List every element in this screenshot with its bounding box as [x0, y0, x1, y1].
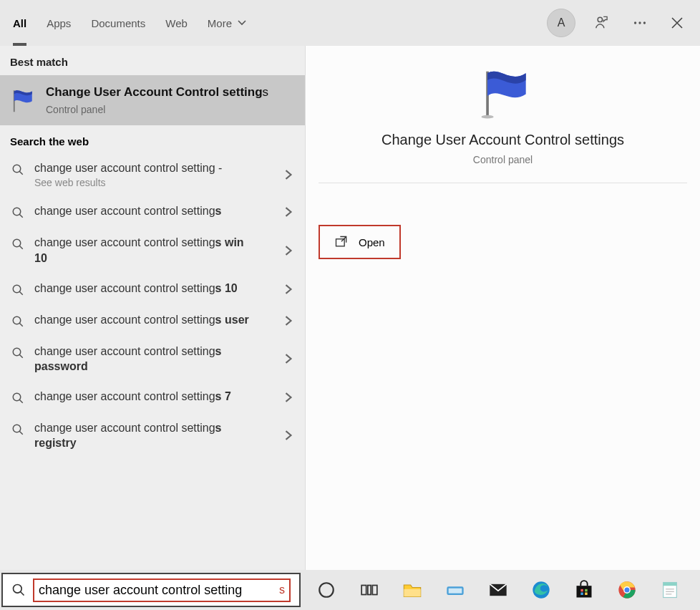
detail-head: Change User Account Control settings Con…: [306, 46, 700, 183]
more-icon[interactable]: [630, 13, 650, 33]
best-match-title: Change User Account Control settings: [46, 85, 268, 100]
search-highlight-frame: s: [33, 578, 291, 602]
svg-rect-32: [449, 589, 462, 594]
search-icon: [10, 314, 26, 329]
chevron-right-icon: [282, 352, 295, 365]
svg-line-20: [19, 431, 23, 435]
web-result-text: change user account control settings reg…: [34, 420, 256, 451]
best-match-text: Change User Account Control settings Con…: [46, 85, 268, 115]
search-icon: [10, 205, 26, 221]
tab-label: All: [13, 17, 26, 29]
taskbar-keyboard-icon[interactable]: [434, 570, 477, 610]
web-results-list: change user account control setting -See…: [0, 153, 305, 458]
title-bold: Change User Account Control setting: [46, 85, 263, 99]
tab-label: Web: [165, 17, 188, 29]
svg-point-9: [13, 240, 21, 248]
svg-line-10: [19, 246, 23, 250]
user-avatar[interactable]: A: [547, 9, 575, 37]
svg-rect-28: [368, 586, 371, 595]
tab-label: More: [208, 17, 232, 29]
search-web-header: Search the web: [0, 125, 305, 153]
svg-point-1: [634, 21, 636, 24]
search-input-tail: s: [279, 584, 285, 596]
search-icon: [10, 422, 26, 437]
svg-rect-30: [404, 589, 420, 597]
web-result-text: change user account control setting -See…: [34, 160, 222, 189]
web-result-text: change user account control settings: [34, 203, 222, 219]
web-result-item[interactable]: change user account control settings: [0, 196, 305, 228]
svg-point-15: [13, 348, 21, 356]
svg-rect-35: [577, 586, 592, 597]
chevron-right-icon: [282, 429, 295, 442]
avatar-initial: A: [558, 16, 565, 29]
svg-point-42: [625, 588, 630, 593]
tab-web[interactable]: Web: [165, 0, 188, 46]
chevron-down-icon: [238, 19, 246, 27]
svg-line-14: [19, 323, 23, 326]
taskbar-cortana-icon[interactable]: [305, 570, 348, 610]
web-result-item[interactable]: change user account control settings pas…: [0, 337, 305, 382]
chevron-right-icon: [282, 283, 295, 296]
svg-line-18: [19, 400, 23, 403]
open-label: Open: [359, 236, 385, 248]
taskbar-store-icon[interactable]: [563, 570, 606, 610]
tab-all[interactable]: All: [13, 0, 26, 46]
taskbar-file-explorer-icon[interactable]: [391, 570, 434, 610]
search-icon: [10, 282, 26, 298]
best-match-item[interactable]: Change User Account Control settings Con…: [0, 75, 305, 125]
search-tabs: All Apps Documents Web More: [13, 0, 246, 46]
search-icon: [10, 390, 26, 406]
web-result-text: change user account control settings 7: [34, 389, 231, 405]
search-input[interactable]: [39, 583, 279, 598]
title-tail: s: [263, 85, 269, 99]
web-result-item[interactable]: change user account control settings win…: [0, 228, 305, 273]
taskbar-search-box[interactable]: s: [1, 573, 301, 607]
detail-subtitle: Control panel: [319, 154, 687, 183]
tab-label: Documents: [91, 17, 145, 29]
search-main: Best match Change User Account Control s…: [0, 46, 700, 570]
best-match-header: Best match: [0, 46, 305, 75]
feedback-icon[interactable]: [593, 13, 613, 33]
chevron-right-icon: [282, 205, 295, 218]
svg-rect-36: [580, 589, 583, 592]
taskbar-notepad-icon[interactable]: [648, 570, 691, 610]
taskbar-chrome-icon[interactable]: [606, 570, 648, 610]
tab-documents[interactable]: Documents: [91, 0, 145, 46]
chevron-right-icon: [282, 391, 295, 404]
svg-point-22: [481, 115, 493, 119]
open-button[interactable]: Open: [319, 225, 401, 259]
taskbar-edge-icon[interactable]: [520, 570, 563, 610]
svg-rect-29: [372, 586, 377, 595]
chevron-right-icon: [282, 168, 295, 181]
web-result-text: change user account control settings pas…: [34, 344, 256, 374]
web-result-item[interactable]: change user account control settings 10: [0, 273, 305, 305]
svg-point-24: [14, 585, 22, 594]
svg-line-16: [19, 354, 23, 358]
detail-pane: Change User Account Control settings Con…: [305, 46, 700, 570]
taskbar-icons: [305, 570, 700, 610]
svg-line-6: [19, 171, 23, 175]
uac-flag-icon: [7, 85, 37, 115]
results-column: Best match Change User Account Control s…: [0, 46, 305, 570]
svg-line-25: [21, 592, 24, 596]
tab-label: Apps: [47, 17, 71, 29]
web-result-item[interactable]: change user account control settings reg…: [0, 413, 305, 458]
svg-point-2: [638, 21, 641, 24]
search-icon: [10, 236, 26, 252]
taskbar-mail-icon[interactable]: [477, 570, 520, 610]
search-icon: [10, 345, 26, 361]
tab-more[interactable]: More: [208, 0, 246, 46]
web-result-text: change user account control settings 10: [34, 281, 238, 296]
svg-rect-27: [361, 586, 366, 595]
svg-rect-44: [663, 583, 677, 586]
search-icon: [10, 162, 26, 178]
web-result-item[interactable]: change user account control settings 7: [0, 382, 305, 413]
svg-point-7: [13, 208, 21, 216]
svg-line-8: [19, 215, 23, 218]
uac-flag-icon: [475, 64, 531, 120]
web-result-item[interactable]: change user account control settings use…: [0, 305, 305, 337]
close-icon[interactable]: [667, 13, 687, 33]
web-result-item[interactable]: change user account control setting -See…: [0, 153, 305, 196]
tab-apps[interactable]: Apps: [47, 0, 71, 46]
taskbar-task-view-icon[interactable]: [348, 570, 391, 610]
